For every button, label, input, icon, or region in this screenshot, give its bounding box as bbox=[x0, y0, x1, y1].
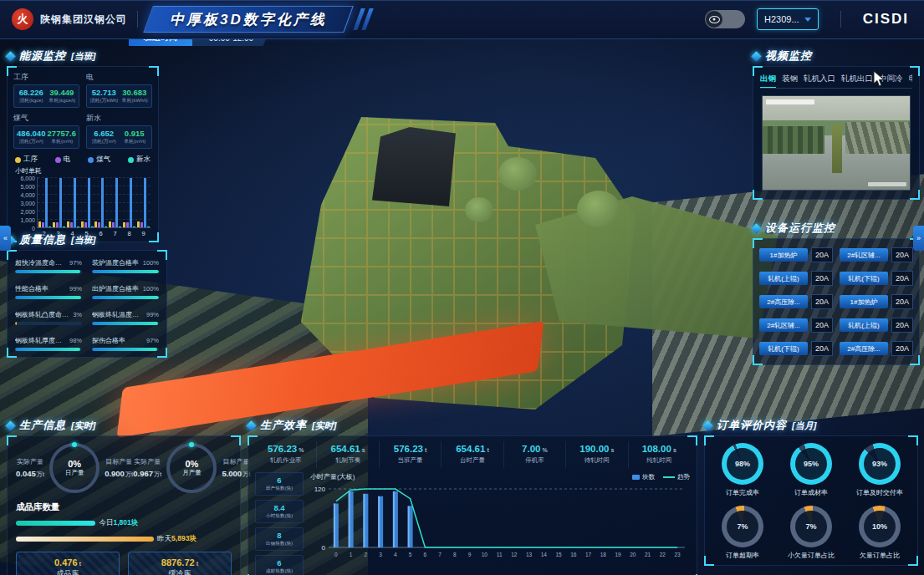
camera-tab-轧机出口[interactable]: 轧机出口 bbox=[841, 74, 873, 84]
energy-tag: [当班] bbox=[71, 50, 95, 63]
stock-bar-row: 今日1,801块 bbox=[16, 518, 232, 528]
equipment-name-button[interactable]: 2#高压除... bbox=[759, 295, 808, 308]
donut-label: 订单完成率 bbox=[726, 488, 759, 497]
company-logo: 火 陕钢集团汉钢公司 bbox=[12, 8, 127, 30]
efficiency-panel: 生产效率 [实时] 576.23% 轧机作业率 654.61s 轧制节奏 576… bbox=[248, 418, 697, 575]
equipment-name-button[interactable]: 轧机(上辊) bbox=[840, 318, 888, 332]
stock-bar bbox=[16, 521, 95, 526]
equipment-current-value: 20A bbox=[891, 341, 913, 356]
quality-bar-track bbox=[92, 322, 159, 325]
visibility-toggle[interactable] bbox=[705, 10, 745, 28]
brand-logo: CISDI bbox=[863, 11, 909, 28]
legend-dot bbox=[55, 157, 61, 163]
equipment-row: 1#加热炉 20A bbox=[759, 247, 833, 262]
order-kpi: 10% 欠量订单占比 bbox=[847, 506, 912, 560]
metric-value: 654.61t bbox=[442, 444, 503, 454]
metric-value: 576.23t bbox=[380, 444, 441, 454]
energy-unit: 消耗(万m³) bbox=[89, 138, 118, 145]
svg-text:16: 16 bbox=[570, 552, 577, 557]
bar bbox=[63, 226, 65, 227]
energy-legend-item: 煤气 bbox=[88, 155, 110, 165]
ring-label: 日产量 bbox=[65, 469, 84, 477]
quality-label: 钢板终轧凸度命中率 bbox=[15, 310, 70, 319]
metric-value: 108.00s bbox=[629, 444, 690, 454]
energy-metric: 0.915 单耗(m³/t) bbox=[120, 129, 151, 145]
quality-bar-track bbox=[15, 348, 82, 351]
energy-group: 电 52.713 消耗(万kWh) 30.683 单耗(kWh/t) bbox=[86, 72, 152, 108]
collapse-right-tab[interactable]: » bbox=[913, 226, 924, 251]
efficiency-side-stat: 6 班产块数(块) bbox=[255, 472, 304, 496]
gridline: 0 bbox=[38, 227, 151, 228]
camera-feed-detail bbox=[763, 126, 824, 155]
svg-text:12: 12 bbox=[511, 552, 518, 557]
stat-label: 小时块数(块) bbox=[258, 512, 299, 520]
stat-value: 8 bbox=[258, 531, 301, 540]
metric-label: 轧制节奏 bbox=[317, 456, 378, 465]
bar bbox=[140, 222, 143, 227]
bar bbox=[119, 226, 121, 227]
stock-bar-label: 昨天5,893块 bbox=[157, 534, 197, 544]
camera-tab-电加热[interactable]: 电加热 bbox=[909, 74, 913, 84]
energy-metric: 39.449 单耗(kgce/t) bbox=[47, 88, 78, 104]
equipment-name-button[interactable]: 1#加热炉 bbox=[840, 295, 888, 308]
production-panel: 生产信息 [实时] 实际产量 0.045万t 0% 日产量 目标产量 0.900… bbox=[7, 418, 241, 575]
collapse-left-tab[interactable]: « bbox=[0, 226, 11, 251]
view-selector-dropdown[interactable]: H2309... bbox=[757, 8, 819, 30]
metric-value: 576.23% bbox=[255, 444, 316, 454]
equipment-name-button[interactable]: 2#轧区辅... bbox=[759, 318, 808, 332]
bar bbox=[42, 222, 44, 227]
quality-panel: 质量信息 [当班] 超快冷温度命中率 97% 装炉温度合格率 100% 性能合格… bbox=[7, 232, 167, 358]
metric-value: 654.61s bbox=[317, 444, 378, 454]
camera-tab-出钢[interactable]: 出钢 bbox=[760, 74, 776, 84]
quality-title: 质量信息 bbox=[19, 232, 66, 247]
quality-percent: 99% bbox=[69, 285, 82, 293]
equipment-name-button[interactable]: 2#高压除... bbox=[840, 342, 888, 355]
donut-percent: 93% bbox=[864, 448, 896, 480]
equipment-current-value: 20A bbox=[891, 294, 913, 309]
equipment-row: 轧机(下辊) 20A bbox=[840, 271, 913, 286]
equipment-row: 2#高压除... 20A bbox=[840, 341, 913, 356]
stock-bar-row: 昨天5,893块 bbox=[16, 534, 232, 544]
donut-label: 订单及时交付率 bbox=[856, 488, 903, 497]
energy-group: 新水 6.652 消耗(万m³) 0.915 单耗(m³/t) bbox=[86, 113, 152, 149]
energy-value: 52.713 bbox=[89, 88, 120, 97]
metric-label: 当班产量 bbox=[380, 456, 441, 465]
y-tick-label: 0 bbox=[32, 226, 35, 232]
quality-bar-track bbox=[15, 270, 82, 273]
equipment-name-button[interactable]: 1#加热炉 bbox=[759, 248, 808, 262]
bar bbox=[101, 178, 104, 227]
camera-tab-装钢[interactable]: 装钢 bbox=[782, 74, 798, 84]
legend-dot bbox=[15, 157, 21, 163]
panel-diamond-icon bbox=[702, 420, 713, 431]
bar-group bbox=[81, 177, 94, 227]
quality-item: 钢板终轧凸度命中率 3% bbox=[15, 310, 82, 325]
dashboard-root: 火 陕钢集团汉钢公司 中厚板3D数字化产线 H2309... CISDI 轧线状… bbox=[0, 0, 924, 575]
bar bbox=[74, 178, 76, 227]
equipment-name-button[interactable]: 2#轧区辅... bbox=[840, 248, 888, 262]
equipment-name-button[interactable]: 轧机(上辊) bbox=[759, 272, 808, 285]
svg-text:22: 22 bbox=[660, 552, 666, 557]
bar bbox=[112, 222, 115, 227]
bar bbox=[115, 178, 118, 227]
order-kpi: 98% 订单完成率 bbox=[710, 443, 775, 497]
energy-group-name: 工序 bbox=[13, 72, 79, 83]
svg-text:19: 19 bbox=[615, 552, 622, 557]
metric-value: 190.00s bbox=[566, 444, 627, 454]
legend-swatch bbox=[632, 475, 640, 480]
bar-group bbox=[109, 177, 121, 227]
svg-text:3: 3 bbox=[379, 552, 382, 557]
panel-diamond-icon bbox=[246, 420, 257, 431]
equipment-row: 2#轧区辅... 20A bbox=[759, 318, 833, 333]
camera-tab-轧机入口[interactable]: 轧机入口 bbox=[804, 74, 835, 84]
quality-tag: [当班] bbox=[71, 234, 95, 247]
equipment-row: 1#加热炉 20A bbox=[840, 294, 913, 309]
stat-value: 6 bbox=[258, 476, 301, 485]
equipment-name-button[interactable]: 轧机(下辊) bbox=[759, 342, 808, 355]
camera-feed[interactable] bbox=[762, 95, 911, 191]
equipment-current-value: 20A bbox=[811, 294, 833, 309]
panel-diamond-icon bbox=[751, 223, 762, 234]
svg-text:7: 7 bbox=[438, 552, 442, 557]
hourly-output-chart-title: 小时产量(大板) bbox=[310, 472, 355, 481]
quality-bar-fill bbox=[92, 322, 158, 325]
equipment-name-button[interactable]: 轧机(下辊) bbox=[840, 272, 888, 285]
